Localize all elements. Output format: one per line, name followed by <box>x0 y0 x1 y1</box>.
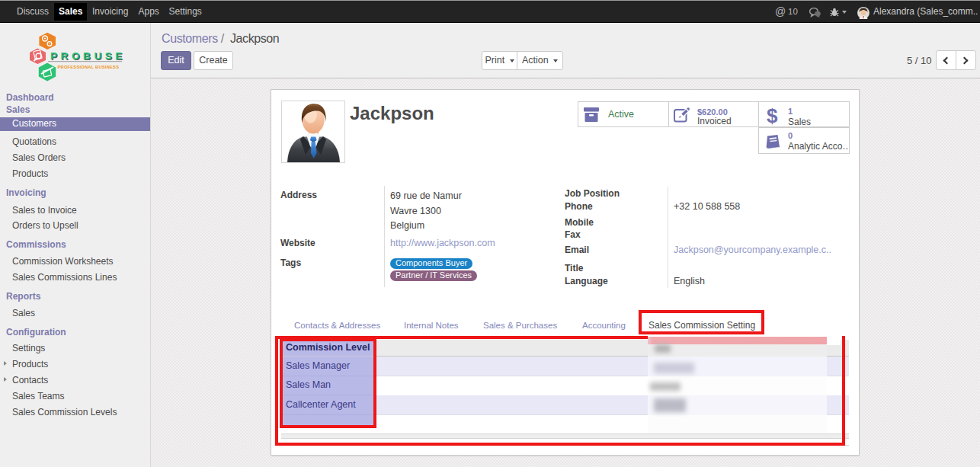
svg-text:PROFESSIONAL BUSINESS: PROFESSIONAL BUSINESS <box>58 65 120 69</box>
svg-text:PROBUSE: PROBUSE <box>50 50 126 62</box>
